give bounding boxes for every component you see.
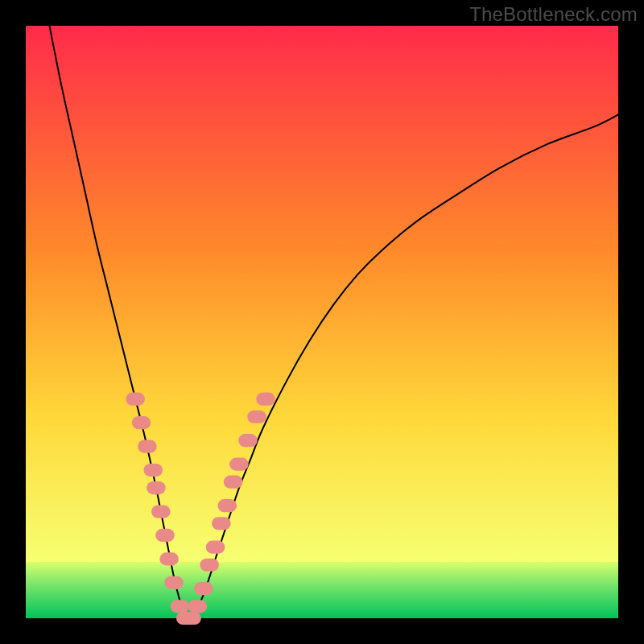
curve-marker <box>206 541 225 554</box>
curve-marker <box>256 393 275 406</box>
curve-marker <box>182 612 201 625</box>
bottleneck-curve <box>49 26 618 621</box>
curve-marker <box>247 411 266 423</box>
curve-marker <box>159 552 179 565</box>
curve-marker <box>212 517 231 530</box>
marker-group <box>126 393 275 625</box>
curve-marker <box>217 499 237 512</box>
curve-marker <box>229 458 249 471</box>
curve-marker <box>147 481 166 494</box>
curve-marker <box>155 529 175 542</box>
curve-marker <box>164 576 184 589</box>
curve-marker <box>238 434 258 447</box>
curve-marker <box>188 600 208 613</box>
curve-marker <box>194 582 213 595</box>
curve-marker <box>171 600 190 613</box>
curve-marker <box>132 416 151 429</box>
curve-marker <box>224 476 243 489</box>
curve-marker <box>138 440 157 452</box>
curve-marker <box>151 505 171 518</box>
outer-frame: TheBottleneck.com <box>0 0 644 644</box>
chart-svg <box>26 26 618 618</box>
curve-marker <box>200 559 219 572</box>
curve-marker <box>126 393 145 406</box>
curve-marker <box>143 464 163 477</box>
watermark-text: TheBottleneck.com <box>469 3 638 26</box>
